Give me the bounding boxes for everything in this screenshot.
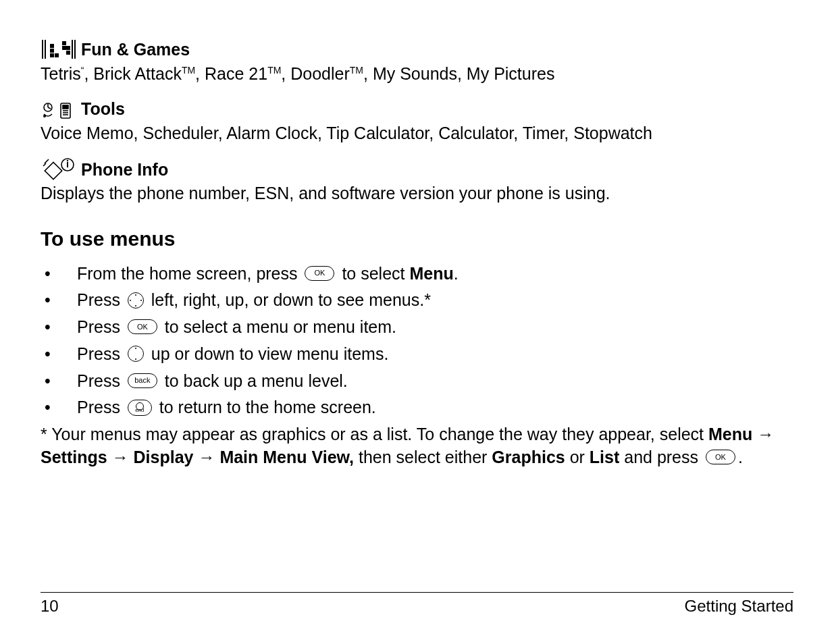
svg-rect-17	[63, 105, 68, 109]
footer-rule	[41, 592, 793, 593]
trademark: TM	[267, 65, 281, 76]
end-button-icon	[128, 400, 152, 416]
instruction-text: Press back to back up a menu level.	[77, 370, 793, 393]
note-text: or	[565, 448, 590, 466]
section-header: Phone Info	[41, 157, 793, 181]
ok-button-icon: OK	[128, 319, 157, 334]
item-text: , Doodler	[281, 64, 349, 83]
nav-button-icon	[128, 346, 144, 362]
svg-rect-9	[62, 46, 66, 50]
svg-line-14	[48, 107, 51, 109]
item-text: , Brick Attack	[84, 64, 181, 83]
instruction-item: •Press to return to the home screen.	[41, 396, 793, 419]
menu-path-item: Display	[134, 448, 194, 466]
svg-rect-21	[45, 163, 61, 180]
phone-info-icon	[41, 157, 81, 181]
fun-games-icon	[41, 37, 81, 61]
ok-button-icon: OK	[706, 450, 735, 464]
ok-button-icon: OK	[305, 266, 334, 281]
page-footer: 10 Getting Started	[41, 592, 793, 617]
bullet-dot: •	[41, 370, 77, 393]
bullet-dot: •	[41, 263, 77, 286]
instruction-text: Press to return to the home screen.	[77, 396, 793, 419]
arrow-icon: →	[193, 448, 219, 466]
instruction-item: •Press up or down to view menu items.	[41, 343, 793, 366]
menu-path-item: Menu	[708, 425, 752, 444]
nav-button-icon	[128, 292, 144, 308]
option: List	[590, 448, 619, 466]
svg-point-24	[67, 160, 68, 161]
svg-rect-6	[50, 53, 54, 57]
section-title: Tools	[81, 98, 125, 121]
svg-point-15	[44, 115, 45, 116]
bold-term: Menu	[409, 264, 453, 283]
instruction-item: •Press OK to select a menu or menu item.	[41, 316, 793, 339]
back-button-icon: back	[128, 373, 157, 388]
instruction-text: Press OK to select a menu or menu item.	[77, 316, 793, 339]
instruction-item: •Press left, right, up, or down to see m…	[41, 289, 793, 312]
instruction-text: Press up or down to view menu items.	[77, 343, 793, 366]
section-phone-info: Phone Info Displays the phone number, ES…	[41, 157, 793, 205]
item-text: Tetris	[41, 64, 81, 83]
menu-path-item: Main Menu View,	[219, 448, 354, 466]
section-body: Tetris“, Brick AttackTM, Race 21TM, Dood…	[41, 63, 793, 86]
note-text: and press	[619, 448, 703, 466]
bullet-dot: •	[41, 289, 77, 312]
svg-rect-8	[62, 41, 66, 45]
note-text: * Your menus may appear as graphics or a…	[41, 425, 708, 444]
svg-rect-5	[50, 49, 54, 53]
section-header: Fun & Games	[41, 37, 793, 61]
svg-rect-7	[55, 53, 59, 57]
arrow-icon: →	[752, 425, 774, 444]
footnote: * Your menus may appear as graphics or a…	[41, 423, 793, 469]
svg-rect-4	[50, 44, 54, 48]
bullet-dot: •	[41, 316, 77, 339]
arrow-icon: →	[107, 448, 134, 466]
instruction-list: •From the home screen, press OK to selec…	[41, 263, 793, 420]
trademark: TM	[350, 65, 363, 76]
chapter-title: Getting Started	[685, 595, 793, 617]
svg-rect-11	[66, 51, 70, 55]
menu-path-item: Settings	[41, 448, 107, 466]
instruction-text: Press left, right, up, or down to see me…	[77, 289, 793, 312]
page-number: 10	[41, 595, 59, 617]
trademark: TM	[182, 65, 195, 76]
item-text: , Race 21	[195, 64, 267, 83]
tools-icon	[41, 101, 81, 121]
instruction-item: •Press back to back up a menu level.	[41, 370, 793, 393]
section-body: Voice Memo, Scheduler, Alarm Clock, Tip …	[41, 122, 793, 145]
section-title: Phone Info	[81, 159, 168, 182]
section-title: Fun & Games	[81, 38, 190, 61]
note-text: .	[738, 448, 743, 466]
item-text: , My Sounds, My Pictures	[363, 64, 554, 83]
instruction-item: •From the home screen, press OK to selec…	[41, 263, 793, 286]
section-tools: Tools Voice Memo, Scheduler, Alarm Clock…	[41, 98, 793, 145]
section-header: Tools	[41, 98, 793, 121]
bullet-dot: •	[41, 343, 77, 366]
note-text: then select either	[354, 448, 492, 466]
subsection-heading: To use menus	[41, 225, 793, 253]
manual-page: Fun & Games Tetris“, Brick AttackTM, Rac…	[0, 0, 834, 644]
option: Graphics	[492, 448, 565, 466]
instruction-text: From the home screen, press OK to select…	[77, 263, 793, 286]
bullet-dot: •	[41, 396, 77, 419]
section-fun-games: Fun & Games Tetris“, Brick AttackTM, Rac…	[41, 37, 793, 86]
section-body: Displays the phone number, ESN, and soft…	[41, 182, 793, 205]
svg-rect-10	[66, 46, 70, 50]
